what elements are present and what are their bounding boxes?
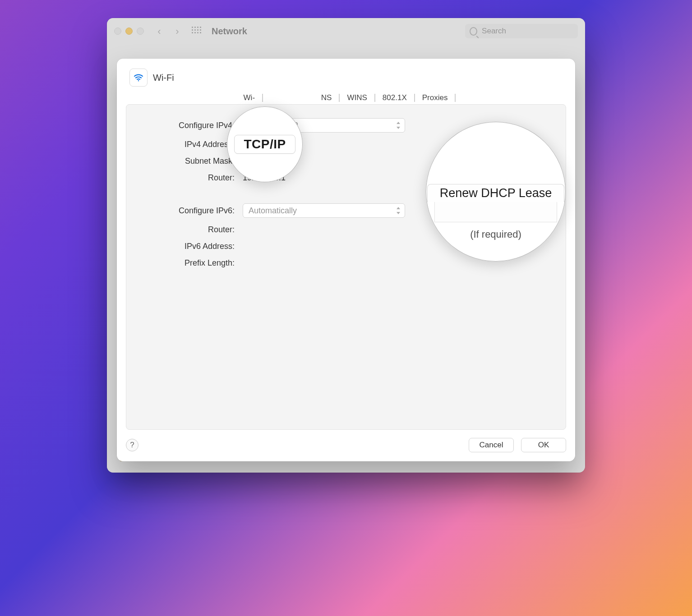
advanced-sheet: Wi-Fi Wi- TCP/IP NS WINS 802.1X Proxies …: [117, 59, 575, 461]
minimize-window-button[interactable]: [125, 28, 133, 35]
search-icon: [470, 27, 477, 36]
label-configure-ipv6: Configure IPv6:: [140, 206, 235, 216]
zoom-window-button[interactable]: [137, 28, 144, 35]
label-router: Router:: [140, 173, 235, 183]
configure-ipv6-value: Automatically: [249, 206, 297, 216]
label-ipv4-address: IPv4 Address:: [140, 140, 235, 149]
back-button[interactable]: ‹: [153, 25, 166, 37]
cancel-button[interactable]: Cancel: [469, 438, 514, 452]
label-subnet-mask: Subnet Mask:: [140, 156, 235, 166]
sheet-footer: ? Cancel OK: [126, 438, 566, 452]
tab-wins[interactable]: WINS: [340, 90, 374, 106]
chevron-updown-icon: [396, 207, 401, 214]
tab-8021x[interactable]: 802.1X: [375, 90, 414, 106]
search-input[interactable]: [481, 26, 573, 36]
tab-dns-partial[interactable]: NS: [314, 90, 339, 106]
window-title: Network: [212, 26, 247, 37]
tab-wifi-partial[interactable]: Wi-: [236, 90, 262, 106]
callout-tcpip: TCP/IP: [227, 106, 303, 182]
callout-renew-dhcp: Renew DHCP Lease (If required): [426, 122, 566, 262]
callout-dhcp-client-id-field: [434, 202, 557, 222]
wifi-icon: [129, 69, 148, 87]
label-prefix-length: Prefix Length:: [140, 258, 235, 268]
forward-button[interactable]: ›: [171, 25, 184, 37]
ok-button[interactable]: OK: [521, 438, 566, 452]
close-window-button[interactable]: [114, 28, 121, 35]
configure-ipv6-select[interactable]: Automatically: [243, 203, 405, 218]
tab-bar: Wi- TCP/IP NS WINS 802.1X Proxies: [126, 90, 566, 106]
label-ipv6-address: IPv6 Address:: [140, 242, 235, 251]
titlebar: ‹ › Network: [107, 18, 585, 44]
tab-proxies[interactable]: Proxies: [415, 90, 455, 106]
svg-point-0: [138, 80, 139, 82]
callout-renew-hint: (If required): [470, 229, 521, 240]
search-field[interactable]: [465, 24, 578, 38]
interface-name: Wi-Fi: [153, 73, 174, 83]
label-router-ipv6: Router:: [140, 225, 235, 234]
chevron-updown-icon: [396, 122, 401, 129]
preferences-window: ‹ › Network Click the lock to make chang…: [107, 18, 585, 473]
window-controls: [114, 28, 144, 35]
sheet-header: Wi-Fi: [129, 69, 566, 87]
label-configure-ipv4: Configure IPv4:: [140, 121, 235, 130]
help-button[interactable]: ?: [126, 439, 138, 451]
show-all-icon[interactable]: [192, 27, 201, 36]
callout-tcpip-label: TCP/IP: [234, 135, 295, 154]
callout-renew-label: Renew DHCP Lease: [427, 184, 564, 202]
